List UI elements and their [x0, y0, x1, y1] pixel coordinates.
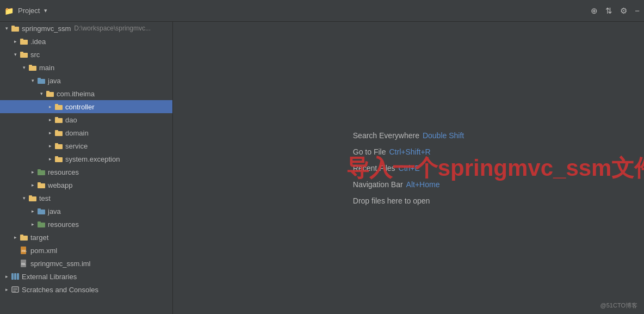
svg-rect-23 — [38, 169, 41, 171]
tree-item-com.itheima[interactable]: com.itheima — [0, 87, 172, 100]
tree-arrow-domain — [46, 128, 54, 137]
tree-item-external-libraries[interactable]: External Libraries — [0, 270, 172, 283]
welcome-line-shortcut: Ctrl+E — [399, 164, 420, 173]
svg-rect-5 — [20, 52, 23, 53]
sidebar: springmvc_ssmD:\workspace\springmvc....i… — [0, 22, 173, 314]
svg-rect-7 — [29, 65, 32, 66]
folder-icon-src — [20, 50, 28, 59]
tree-item-pom.xml[interactable]: XMLpom.xml — [0, 244, 172, 257]
project-icon: 📁 — [4, 7, 14, 15]
top-bar-icons: ⊕ ⇅ ⚙ − — [591, 6, 640, 16]
tree-label-scratches: Scratches and Consoles — [22, 286, 98, 294]
welcome-content: Search EverywhereDouble ShiftGo to FileC… — [353, 131, 464, 205]
settings-icon[interactable]: ⚙ — [620, 6, 627, 16]
tree-arrow-dao — [46, 115, 54, 124]
folder-icon-idea — [20, 37, 28, 46]
svg-rect-17 — [55, 130, 58, 132]
folder-blue-icon-java — [37, 76, 46, 85]
welcome-line: Drop files here to open — [353, 196, 464, 205]
welcome-line-text: Drop files here to open — [353, 196, 430, 205]
editor-area[interactable]: Search EverywhereDouble ShiftGo to FileC… — [173, 22, 644, 314]
tree-item-test-java[interactable]: java — [0, 205, 172, 218]
tree-item-dao[interactable]: dao — [0, 113, 172, 126]
file-xml-icon-pom.xml: XML — [20, 246, 28, 255]
tree-item-src[interactable]: src — [0, 48, 172, 61]
tree-arrow-java — [28, 76, 37, 85]
svg-rect-14 — [55, 118, 63, 123]
tree-item-scratches[interactable]: Scratches and Consoles — [0, 283, 172, 296]
svg-rect-38 — [11, 273, 14, 280]
tree-arrow-scratches — [2, 285, 11, 294]
tree-label-test: test — [39, 194, 51, 202]
dropdown-icon[interactable]: ▾ — [44, 7, 47, 14]
tree-label-service: service — [65, 142, 88, 150]
tree-item-test-resources[interactable]: resources — [0, 218, 172, 231]
tree-arrow-src — [11, 50, 20, 59]
lib-icon-external-libraries — [11, 272, 20, 281]
tree-label-system.exception: system.exception — [65, 155, 120, 163]
svg-rect-8 — [38, 79, 45, 84]
svg-rect-13 — [55, 104, 58, 106]
tree-path-springmvc_ssm: D:\workspace\springmvc... — [74, 24, 151, 32]
scratch-icon-scratches — [11, 285, 20, 294]
tree-item-controller[interactable]: controller — [0, 100, 172, 113]
tree-label-controller: controller — [65, 103, 94, 111]
tree-arrow-idea — [11, 37, 20, 46]
tree-item-springmvc_ssm[interactable]: springmvc_ssmD:\workspace\springmvc... — [0, 22, 172, 35]
top-bar: 📁 Project ▾ ⊕ ⇅ ⚙ − — [0, 0, 644, 22]
svg-rect-28 — [38, 210, 45, 214]
tree-arrow-test — [20, 194, 28, 202]
svg-rect-31 — [38, 221, 41, 223]
tree-label-resources: resources — [48, 168, 79, 176]
folder-icon-com.itheima — [46, 89, 54, 98]
tree-item-main[interactable]: main — [0, 61, 172, 74]
tree-item-service[interactable]: service — [0, 139, 172, 152]
tree-item-idea[interactable]: .idea — [0, 35, 172, 48]
brand-tag: @51CTO博客 — [600, 301, 637, 310]
folder-icon-target — [20, 233, 28, 242]
tree-item-target[interactable]: target — [0, 231, 172, 244]
minimize-icon[interactable]: − — [635, 6, 640, 15]
tree-label-springmvc_ssm: springmvc_ssm — [22, 24, 71, 33]
svg-rect-32 — [20, 236, 28, 241]
svg-rect-11 — [46, 91, 49, 93]
tree-label-webapp: webapp — [48, 181, 73, 189]
welcome-line-text: Search Everywhere — [353, 131, 419, 140]
svg-rect-6 — [29, 66, 36, 71]
svg-rect-25 — [38, 182, 41, 184]
welcome-line: Search EverywhereDouble Shift — [353, 131, 464, 140]
tree-item-domain[interactable]: domain — [0, 126, 172, 139]
tree-label-src: src — [30, 51, 40, 59]
svg-rect-12 — [55, 105, 63, 110]
svg-rect-22 — [38, 170, 45, 175]
tree-item-springmvc_ssm.iml[interactable]: IMLspringmvc_ssm.iml — [0, 257, 172, 270]
top-bar-title: Project — [18, 7, 40, 15]
tree-label-com.itheima: com.itheima — [57, 90, 95, 98]
tree-item-resources[interactable]: resources — [0, 165, 172, 178]
folder-icon-domain — [54, 128, 63, 137]
svg-rect-30 — [38, 223, 45, 227]
tree-arrow-service — [46, 141, 54, 150]
svg-rect-40 — [17, 273, 19, 280]
svg-rect-9 — [38, 78, 41, 79]
folder-icon-main — [28, 63, 37, 72]
tree-arrow-system.exception — [46, 155, 54, 163]
tree-item-test[interactable]: test — [0, 192, 172, 205]
tree-item-java[interactable]: java — [0, 74, 172, 87]
welcome-line-shortcut: Double Shift — [423, 131, 464, 140]
welcome-line-text: Recent Files — [353, 164, 395, 173]
svg-rect-1 — [11, 26, 15, 27]
sort-icon[interactable]: ⇅ — [605, 6, 612, 16]
tree-label-java: java — [48, 77, 61, 85]
tree-arrow-webapp — [28, 181, 37, 189]
svg-text:IML: IML — [21, 262, 26, 266]
sync-icon[interactable]: ⊕ — [591, 6, 598, 16]
svg-rect-2 — [20, 40, 28, 45]
welcome-line-text: Go to File — [353, 147, 386, 156]
folder-green-icon-resources — [37, 168, 46, 176]
tree-label-test-java: java — [48, 207, 61, 216]
tree-item-system.exception[interactable]: system.exception — [0, 152, 172, 165]
folder-green-icon-test-resources — [37, 220, 46, 229]
tree-item-webapp[interactable]: webapp — [0, 178, 172, 192]
welcome-line-shortcut: Alt+Home — [406, 180, 440, 189]
